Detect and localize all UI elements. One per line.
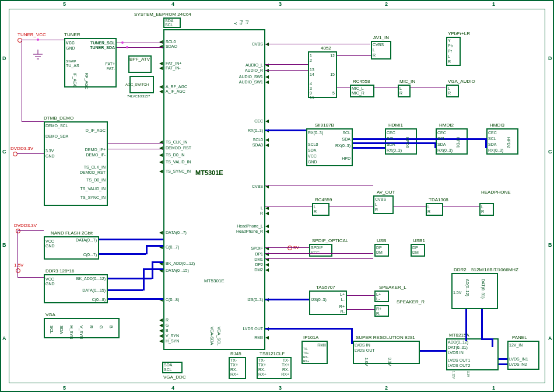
vga-scl: VGA_SCL: [217, 327, 221, 345]
bus: [143, 268, 145, 290]
bus-panel-1: [499, 358, 507, 360]
dtmb-r-7: TS_D0_IN: [67, 178, 106, 182]
super-out: LVDS OUT: [355, 348, 375, 352]
ip101-l-1: TX+: [303, 351, 308, 355]
rc4559-l: L: [314, 205, 316, 209]
bus: [351, 328, 353, 344]
panel-title: PANEL: [512, 335, 527, 340]
main-left-11: DEMOD_RST: [166, 146, 191, 150]
main-right-7: CEC: [230, 119, 263, 123]
hdmi2-side: HPD1: [456, 137, 460, 148]
tuner-sda: TUNER_SDA: [85, 46, 115, 50]
wire: [347, 295, 374, 296]
main-left-13: TS_VALID_IN: [166, 160, 191, 164]
row-a-l: A: [2, 335, 6, 341]
arrow: [159, 231, 163, 235]
dtmb-r-3: DEMO_IF-: [67, 153, 106, 157]
arrow: [159, 146, 163, 150]
main-right-5: AUDIO_SW1: [230, 80, 263, 84]
rj45-title: RJ45: [230, 351, 241, 356]
arrow: [159, 40, 163, 44]
main-right-22: DM2: [230, 268, 263, 272]
arrow: [159, 324, 163, 327]
usb-dm: DM: [376, 250, 383, 254]
vga-4: R: [89, 326, 93, 328]
main-left-0: SCL0: [166, 40, 176, 44]
ip101-l-2: RX-: [303, 355, 308, 359]
4052-l-0: 1: [310, 54, 312, 58]
hp-r: R: [481, 209, 484, 214]
bus: [434, 142, 436, 148]
col-2-top: 2: [385, 1, 388, 7]
spkr-0: R+: [376, 307, 381, 311]
mt8215-lvds2: LVDS OUT2: [448, 363, 470, 368]
pin-pb: Pb: [239, 20, 243, 25]
sii-l-3: SDA: [308, 148, 316, 152]
spkr-1: R-: [376, 312, 380, 316]
rj45-1: TX+: [230, 363, 238, 367]
4052-r-0: 12: [324, 54, 335, 58]
4052-l-3: 13: [310, 68, 314, 72]
sii-l-5: GND: [308, 160, 317, 164]
arrow: [265, 230, 269, 233]
main-right-20: DM1: [230, 257, 263, 261]
wire: [394, 206, 426, 207]
arrow: [159, 90, 163, 93]
ypbpr-2: Pr: [448, 49, 452, 53]
mic-title: MIC_IN: [399, 79, 415, 84]
sii-title: SII9187B: [315, 123, 334, 128]
sii-l-4: VCC: [308, 154, 317, 158]
wire: [22, 40, 22, 121]
dtmb-l-0: DEMO_SCL: [45, 124, 68, 128]
bus-ddr2-dat: [481, 309, 483, 338]
bus-nand-data: [99, 239, 163, 240]
main-left-3: FAT_IN+: [166, 61, 181, 65]
4052-l-1: 2: [310, 58, 312, 62]
spkl-0: L+: [376, 292, 381, 296]
hdmi3-side: HPD2: [507, 137, 511, 148]
rc4559-r: R: [314, 209, 317, 214]
wire: [265, 206, 312, 207]
ddr2-sub: 512M/16BIT/1066MHZ: [471, 267, 518, 272]
main-right-3: AUDIO_R: [230, 68, 263, 72]
dtmb-r-9: TS_SYNC_IN: [67, 195, 106, 200]
bus-hdmi-rx2: [353, 147, 385, 149]
tuner-ifagc: IF_AGC: [73, 73, 77, 88]
tas-i2s: I2S(0..3): [311, 298, 327, 302]
main-left-16: DATA(0...7): [166, 230, 187, 235]
col-5-top: 5: [63, 1, 66, 7]
col-3-top: 3: [279, 1, 282, 7]
hdmi3-2: SDA: [488, 142, 496, 146]
sii-l-2: SCL0: [308, 142, 318, 146]
arrow: [265, 120, 269, 123]
ts8121-l-2: RX-: [258, 368, 265, 372]
rc4558-l: MIC_L: [352, 86, 364, 90]
spdif-p: SPDIF: [311, 246, 323, 250]
arrow: [265, 75, 269, 79]
vga-title: VGA: [45, 312, 55, 317]
super-in: LVDS IN: [355, 343, 370, 347]
bus-nand-c: [99, 253, 146, 255]
wire: [17, 230, 44, 231]
label-dvdd-a: DVDD3.3V: [10, 146, 33, 151]
ip101-l-3: RX+: [303, 359, 309, 363]
tas-l+: L+: [329, 292, 345, 296]
ddr3-title: DDR3 128*16: [45, 268, 74, 274]
ip101-rmii: RMII: [313, 343, 326, 347]
wire: [108, 143, 163, 144]
rj45-2: RX-: [230, 368, 237, 372]
mt8215-lvds1: LVDS OUT1: [448, 358, 470, 362]
main-left-28: H_SYN: [166, 339, 179, 343]
ground-icon: [32, 50, 44, 61]
usb-title: USB: [377, 238, 386, 243]
vga-1: SDA: [59, 326, 64, 334]
vga-sda: VGA-SDA: [210, 327, 214, 345]
arrow: [159, 160, 163, 164]
ts8121-l-0: TX-: [258, 358, 265, 362]
panel-l1: LVDS_IN1: [509, 357, 528, 361]
bus-ddr3-bk: [108, 278, 152, 279]
arrow: [265, 336, 269, 340]
tuner-title: TUNER: [64, 32, 80, 37]
hdmi2-1: SCL: [437, 136, 446, 141]
main-left-27: V_SYN: [166, 334, 179, 338]
